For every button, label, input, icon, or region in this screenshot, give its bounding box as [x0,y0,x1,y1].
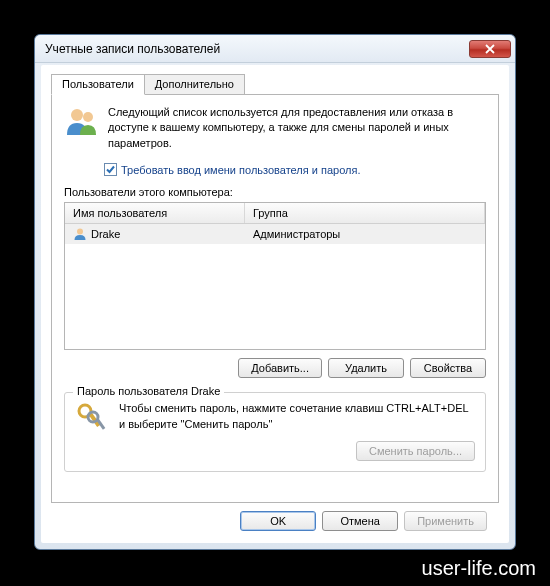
svg-point-0 [71,109,83,121]
users-icon [64,105,98,139]
users-listview[interactable]: Имя пользователя Группа Drake Администра… [64,202,486,350]
password-groupbox-title: Пароль пользователя Drake [73,385,224,397]
user-icon [73,227,87,241]
user-accounts-dialog: Учетные записи пользователей Пользовател… [34,34,516,550]
client-area: Пользователи Дополнительно Следующий спи… [41,65,509,543]
tab-strip: Пользователи Дополнительно [51,73,499,95]
svg-point-2 [77,229,83,235]
watermark: user-life.com [422,557,536,580]
window-title: Учетные записи пользователей [45,42,469,56]
change-password-button: Сменить пароль... [356,441,475,461]
cancel-button[interactable]: Отмена [322,511,398,531]
ok-button[interactable]: OK [240,511,316,531]
svg-point-1 [83,112,93,122]
apply-button: Применить [404,511,487,531]
keys-icon [75,401,109,435]
row-username: Drake [91,228,120,240]
listview-header: Имя пользователя Группа [65,203,485,224]
properties-button[interactable]: Свойства [410,358,486,378]
require-login-checkbox[interactable] [104,163,117,176]
checkmark-icon [105,164,116,175]
close-icon [485,44,495,54]
password-groupbox: Пароль пользователя Drake Чтобы сменить … [64,392,486,472]
list-item[interactable]: Drake Администраторы [65,224,485,244]
info-text: Следующий список используется для предос… [108,105,486,151]
column-group[interactable]: Группа [245,203,485,223]
tab-users[interactable]: Пользователи [51,74,145,95]
tab-advanced[interactable]: Дополнительно [144,74,245,95]
users-list-label: Пользователи этого компьютера: [64,186,486,198]
close-button[interactable] [469,40,511,58]
require-login-label: Требовать ввод имени пользователя и паро… [121,164,360,176]
password-text: Чтобы сменить пароль, нажмите сочетание … [119,401,475,432]
row-group: Администраторы [253,228,340,240]
remove-button[interactable]: Удалить [328,358,404,378]
titlebar[interactable]: Учетные записи пользователей [35,35,515,63]
dialog-button-row: OK Отмена Применить [51,503,499,535]
tab-page-users: Следующий список используется для предос… [51,94,499,503]
column-username[interactable]: Имя пользователя [65,203,245,223]
add-button[interactable]: Добавить... [238,358,322,378]
